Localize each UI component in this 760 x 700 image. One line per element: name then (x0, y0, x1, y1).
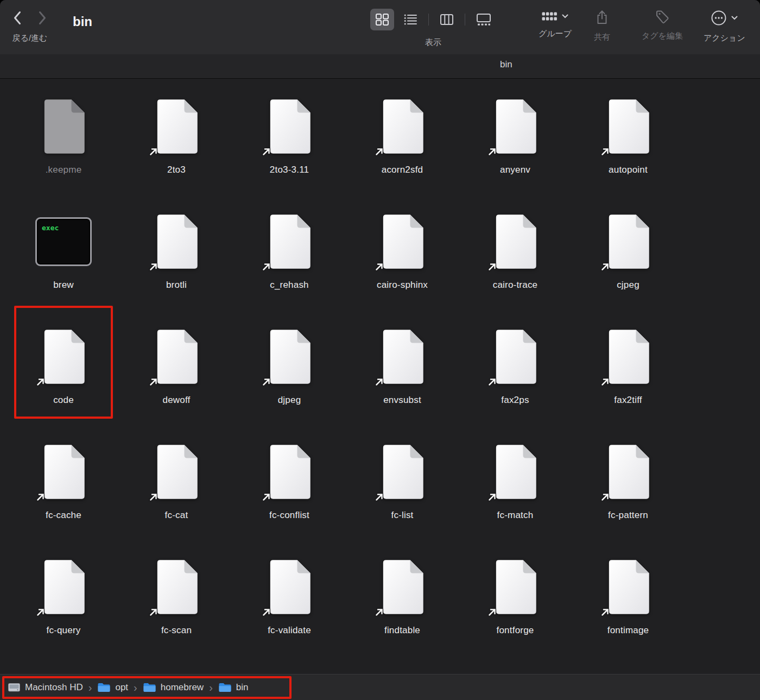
file-item[interactable]: exec fc-scan (120, 548, 233, 663)
share-button[interactable] (596, 10, 609, 25)
file-item[interactable]: exec fc-pattern (572, 433, 685, 548)
path-item[interactable]: bin (218, 682, 249, 693)
actions-chevron-button[interactable] (731, 16, 738, 20)
file-item[interactable]: exec fax2ps (459, 318, 572, 433)
view-label: 表示 (425, 37, 441, 48)
file-item[interactable]: exec brotli (120, 203, 233, 318)
file-icon: exec (472, 443, 559, 501)
file-item[interactable]: exec acorn2sfd (346, 87, 459, 203)
forward-button[interactable] (37, 10, 48, 26)
file-icon: exec (133, 212, 220, 271)
path-item[interactable]: opt (97, 682, 128, 693)
file-item[interactable]: exec fax2tiff (572, 318, 685, 433)
gallery-view-button[interactable] (471, 9, 496, 30)
document-icon (155, 329, 198, 385)
file-item[interactable]: exec dewoff (120, 318, 233, 433)
file-icon: exec (133, 327, 220, 386)
edit-tags-button[interactable] (655, 10, 669, 24)
file-icon: exec (133, 97, 220, 156)
document-icon (268, 444, 311, 500)
group-chevron-button[interactable] (562, 14, 568, 18)
file-item[interactable]: exec fontimage (572, 548, 685, 663)
document-icon (607, 444, 650, 500)
document-icon (494, 329, 537, 385)
file-item[interactable]: exec findtable (346, 548, 459, 663)
file-item[interactable]: exec anyenv (459, 87, 572, 203)
file-item[interactable]: exec autopoint (572, 87, 685, 203)
path-item[interactable]: Macintosh HD (8, 682, 83, 693)
file-icon: exec (246, 558, 333, 616)
file-name-label: brotli (166, 280, 187, 291)
gallery-view-icon (476, 13, 491, 26)
file-item[interactable]: exec .keepme (7, 87, 120, 203)
document-icon (42, 559, 85, 615)
file-item[interactable]: exec cairo-trace (459, 203, 572, 318)
list-view-button[interactable] (398, 9, 422, 30)
alias-arrow-icon (35, 491, 46, 502)
file-item[interactable]: exec fc-cat (120, 433, 233, 548)
file-item[interactable]: exec cairo-sphinx (346, 203, 459, 318)
group-button[interactable] (542, 11, 557, 22)
file-item[interactable]: exec fc-match (459, 433, 572, 548)
file-item[interactable]: exec fc-conflist (233, 433, 346, 548)
share-label: 共有 (594, 32, 610, 42)
file-name-label: 2to3 (167, 165, 186, 175)
file-icon: exec (133, 558, 220, 616)
path-bar: Macintosh HD › opt › homebrew › bin (0, 674, 760, 700)
path-item-label: bin (236, 682, 249, 693)
alias-arrow-icon (600, 146, 611, 157)
alias-arrow-icon (374, 491, 385, 502)
file-item[interactable]: exec fc-cache (7, 433, 120, 548)
file-name-label: fc-pattern (608, 510, 648, 521)
file-item[interactable]: exec fc-query (7, 548, 120, 663)
file-icon: exec (246, 443, 333, 501)
file-icon: exec (472, 558, 559, 616)
document-icon (381, 213, 424, 270)
alias-arrow-icon (487, 491, 498, 502)
file-item[interactable]: exec fc-validate (233, 548, 346, 663)
content-area: exec .keepme exec 2to3 (0, 79, 760, 674)
actions-button[interactable] (711, 10, 727, 26)
file-item[interactable]: exec cjpeg (572, 203, 685, 318)
file-name-label: cjpeg (617, 280, 639, 291)
file-item[interactable]: exec 2to3-3.11 (233, 87, 346, 203)
exec-badge-label: exec (42, 224, 59, 232)
chevron-down-icon (562, 14, 568, 18)
file-icon: exec (472, 97, 559, 156)
alias-arrow-icon (600, 491, 611, 502)
file-item[interactable]: exec fontforge (459, 548, 572, 663)
file-name-label: fc-cache (46, 510, 81, 521)
chevron-down-icon (731, 16, 738, 20)
file-item[interactable]: exec brew (7, 203, 120, 318)
file-icon: exec (246, 327, 333, 386)
document-icon (268, 213, 311, 270)
file-name-label: anyenv (500, 165, 530, 175)
path-item-label: Macintosh HD (25, 682, 83, 693)
folder-icon (218, 682, 232, 693)
document-icon (381, 559, 424, 615)
file-item[interactable]: exec code (7, 318, 120, 433)
back-button[interactable] (12, 10, 23, 26)
alias-arrow-icon (261, 146, 272, 157)
edit-tags-label: タグを編集 (642, 31, 683, 41)
file-item[interactable]: exec c_rehash (233, 203, 346, 318)
file-grid: exec .keepme exec 2to3 (0, 79, 760, 663)
file-item[interactable]: exec envsubst (346, 318, 459, 433)
column-view-button[interactable] (435, 9, 459, 30)
file-item[interactable]: exec fc-list (346, 433, 459, 548)
file-name-label: autopoint (609, 165, 648, 175)
file-item[interactable]: exec djpeg (233, 318, 346, 433)
document-icon (494, 98, 537, 155)
document-icon (381, 444, 424, 500)
file-name-label: brew (53, 280, 74, 291)
file-name-label: envsubst (383, 395, 421, 406)
file-name-label: fc-validate (268, 625, 311, 636)
icon-view-button[interactable] (370, 9, 394, 30)
document-icon (42, 98, 85, 155)
path-item[interactable]: homebrew (143, 682, 204, 693)
chevron-left-icon (12, 10, 23, 26)
document-icon (494, 213, 537, 270)
toolbar-separator (428, 14, 429, 26)
file-item[interactable]: exec 2to3 (120, 87, 233, 203)
file-name-label: .keepme (46, 165, 82, 175)
